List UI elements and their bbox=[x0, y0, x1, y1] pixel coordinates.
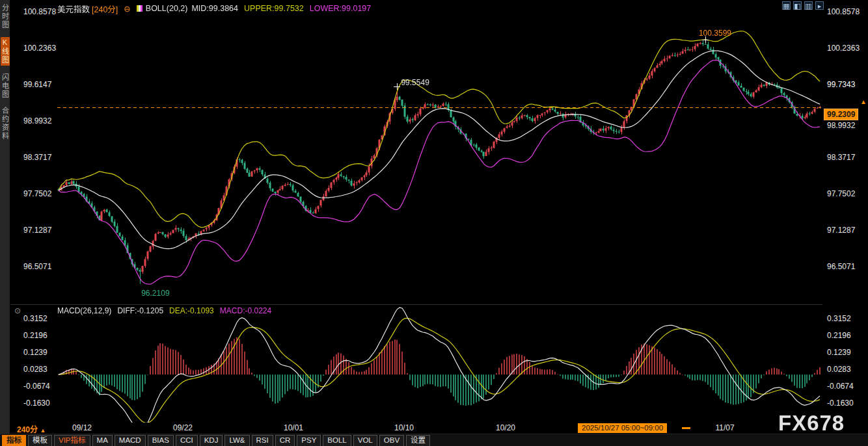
toolbar-button-vol[interactable]: VOL bbox=[353, 435, 377, 446]
boll-lower-value: LOWER:99.0197 bbox=[310, 4, 372, 13]
toolbar-button-ma[interactable]: MA bbox=[92, 435, 113, 446]
brand-watermark: FX678 bbox=[778, 411, 845, 436]
price-tick: 98.3717 bbox=[827, 153, 855, 162]
symbol-name: 美元指数 bbox=[57, 3, 90, 15]
x-axis-date: 09/12 bbox=[68, 423, 96, 432]
x-axis-date: 11/07 bbox=[711, 423, 739, 432]
price-tick: 97.1287 bbox=[23, 226, 51, 235]
indicator-icon bbox=[137, 5, 142, 12]
toolbar-button-template[interactable]: 模板 bbox=[28, 435, 52, 446]
macd-pane-icon[interactable]: ⊙ bbox=[14, 306, 21, 315]
macd-hist-value: MACD:-0.0224 bbox=[220, 306, 271, 315]
price-tick: 99.6147 bbox=[23, 81, 51, 89]
layout-panes-icon[interactable]: ▥ bbox=[804, 1, 813, 10]
x-axis-date: 10/20 bbox=[491, 423, 520, 432]
sidebar-item-contract-info[interactable]: 合约资料 bbox=[1, 107, 10, 140]
macd-header: MACD(26,12,9) DIFF:-0.1205 DEA:-0.1093 M… bbox=[57, 306, 271, 315]
toolbar-button-bias[interactable]: BIAS bbox=[148, 435, 174, 446]
macd-tick: -0.1630 bbox=[827, 399, 854, 408]
layout-next-icon[interactable]: ▸ bbox=[815, 1, 824, 10]
toolbar-button-macd[interactable]: MACD bbox=[115, 435, 146, 446]
macd-chart-canvas[interactable] bbox=[57, 307, 821, 423]
toolbar-button-rsi[interactable]: RSI bbox=[252, 435, 273, 446]
price-chart-canvas[interactable] bbox=[57, 5, 821, 299]
boll-mid-value: MID:99.3864 bbox=[191, 4, 238, 13]
x-axis-date: 10/10 bbox=[390, 423, 418, 432]
price-tick: 96.5071 bbox=[23, 263, 51, 271]
boll-upper-value: UPPER:99.7532 bbox=[244, 4, 304, 13]
toolbar-button-psy[interactable]: PSY bbox=[297, 435, 321, 446]
current-price-tag: 99.2309 bbox=[824, 109, 858, 120]
toolbar-button-cr[interactable]: CR bbox=[275, 435, 295, 446]
macd-tick: 0.1239 bbox=[23, 348, 47, 357]
toolbar-button-kdj[interactable]: KDJ bbox=[200, 435, 223, 446]
period-label: [240分] bbox=[92, 3, 118, 15]
sidebar-item-kline-chart[interactable]: K线图 bbox=[1, 37, 10, 66]
layout-split-icon[interactable]: ◧ bbox=[793, 1, 802, 10]
price-tick: 98.9932 bbox=[23, 117, 51, 125]
toolbar-button-obv[interactable]: OBV bbox=[379, 435, 404, 446]
boll-label: BOLL(20,2) bbox=[146, 4, 188, 13]
toolbar-button-vip-indicator[interactable]: VIP指标 bbox=[54, 435, 90, 446]
sidebar-item-timeline-chart[interactable]: 分时图 bbox=[1, 4, 10, 29]
toolbar-button-indicator[interactable]: 指标 bbox=[2, 435, 26, 446]
macd-tick: 0.0283 bbox=[23, 365, 47, 374]
macd-tick: 0.3152 bbox=[23, 315, 47, 323]
sidebar-item-flash-chart[interactable]: 闪电图 bbox=[1, 73, 10, 99]
macd-dea-value: DEA:-0.1093 bbox=[169, 306, 214, 315]
price-tick: 97.1287 bbox=[827, 226, 855, 235]
macd-tick: 0.2196 bbox=[23, 332, 47, 340]
price-tick: 100.2363 bbox=[23, 44, 56, 53]
price-up-arrow-icon: ▲ bbox=[860, 98, 867, 105]
macd-tick: 0.0283 bbox=[827, 365, 851, 374]
price-tick: 100.2363 bbox=[827, 44, 860, 53]
macd-name: MACD(26,12,9) bbox=[57, 306, 111, 315]
macd-tick: -0.0674 bbox=[23, 382, 50, 391]
toolbar-button-settings[interactable]: 设置 bbox=[406, 435, 430, 446]
toolbar-button-boll[interactable]: BOLL bbox=[323, 435, 351, 446]
chart-header: 美元指数 [240分] ⊖ BOLL(20,2) MID:99.3864 UPP… bbox=[57, 3, 371, 14]
trading-app-window: 分时图 K线图 闪电图 合约资料 美元指数 [240分] ⊖ BOLL(20,2… bbox=[0, 0, 868, 446]
toolbar-button-cci[interactable]: CCI bbox=[176, 435, 198, 446]
price-tick: 100.8578 bbox=[827, 8, 860, 16]
macd-tick: 0.1239 bbox=[827, 348, 851, 357]
upper-band-tag: 99.7343 bbox=[825, 79, 857, 90]
layout-grid-icon[interactable]: ▦ bbox=[782, 1, 791, 10]
macd-tick: -0.1630 bbox=[23, 399, 50, 408]
period-selector[interactable]: 240分 ▲ bbox=[17, 423, 46, 434]
left-sidebar: 分时图 K线图 闪电图 合约资料 bbox=[0, 0, 10, 446]
price-tick: 97.7502 bbox=[23, 190, 51, 198]
indicator-toolbar: 指标 模板 VIP指标 MA MACD BIAS CCI KDJ LW& RSI… bbox=[0, 434, 868, 446]
collapse-icon[interactable]: ⊖ bbox=[124, 4, 130, 14]
crosshair-time-tooltip: 2025/10/27 05:00~09:00 bbox=[578, 423, 667, 433]
price-tick: 96.5071 bbox=[827, 263, 855, 271]
price-tick: 97.7502 bbox=[827, 190, 855, 198]
crosshair-axis-marker bbox=[682, 427, 690, 429]
x-axis-date: 10/01 bbox=[279, 423, 308, 432]
price-tick: 98.9932 bbox=[827, 122, 855, 130]
period-selector-label: 240分 bbox=[17, 425, 38, 434]
macd-tick: -0.0674 bbox=[827, 382, 854, 391]
macd-diff-value: DIFF:-0.1205 bbox=[117, 306, 163, 315]
price-tick: 100.8578 bbox=[23, 8, 56, 16]
macd-tick: 0.2196 bbox=[827, 332, 851, 340]
pane-divider bbox=[10, 304, 822, 305]
toolbar-button-lwr[interactable]: LW& bbox=[224, 435, 249, 446]
period-dropdown-icon: ▲ bbox=[40, 427, 46, 434]
x-axis-date: 09/22 bbox=[169, 423, 197, 432]
macd-tick: 0.3152 bbox=[827, 315, 851, 323]
window-controls: ▦ ◧ ▥ ▸ bbox=[782, 1, 824, 10]
price-tick: 98.3717 bbox=[23, 153, 51, 162]
